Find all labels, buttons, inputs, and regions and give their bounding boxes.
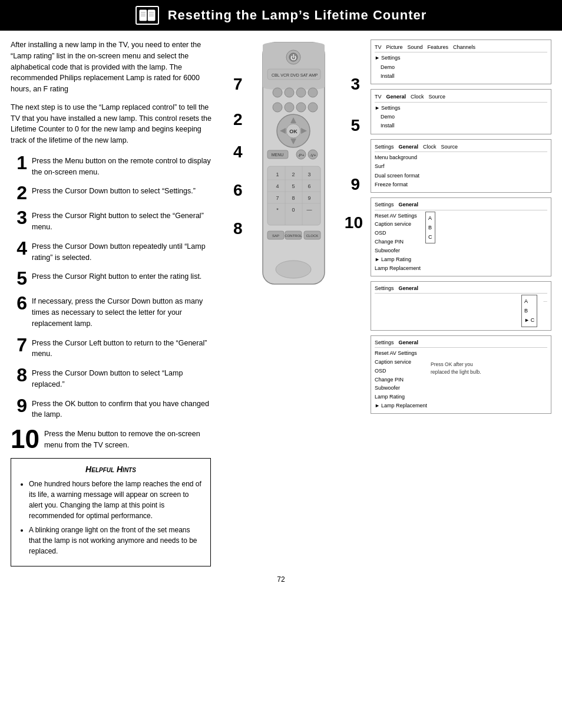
step-7: 7 Press the Cursor Left button to return…: [11, 335, 214, 360]
svg-point-16: [273, 88, 282, 97]
d3-source: Source: [441, 143, 458, 151]
step-overlay-10: 10: [345, 213, 363, 232]
step-2-number: 2: [11, 183, 27, 202]
step-7-number: 7: [11, 335, 27, 354]
sidebar-demo-1: Demo: [375, 63, 547, 72]
d5-cursor: ►: [524, 315, 530, 325]
step-overlay-2: 2: [233, 110, 243, 129]
d3-surf: Surf: [375, 162, 547, 171]
diagram-4-body: Reset AV Settings Caption service OSD Ch…: [375, 212, 547, 273]
svg-rect-0: [140, 10, 147, 21]
intro-paragraph-1: After installing a new lamp in the TV, y…: [11, 39, 214, 95]
d6-cursor: ►: [375, 401, 380, 410]
svg-text:SAP: SAP: [272, 234, 279, 238]
diagram-1-menubar: TV Picture Sound Features Channels: [375, 43, 547, 52]
d4-lamp-rating: ► Lamp Rating: [375, 255, 421, 264]
d4-settings: Settings: [375, 201, 394, 209]
remote-control-image: ⏻ CBL VCR DVD SAT AMP OK: [251, 39, 363, 289]
step-3: 3 Press the Cursor Right button to selec…: [11, 208, 214, 233]
step-3-text: Press the Cursor Right button to select …: [32, 208, 214, 233]
d2-settings-cursor: ►: [375, 104, 380, 113]
page-number: 72: [0, 569, 562, 589]
d6-reset: Reset AV Settings: [375, 349, 427, 358]
step-8-text: Press the Cursor Down button to select “…: [32, 365, 214, 390]
diagram-6-body: Reset AV Settings Caption service OSD Ch…: [375, 349, 547, 410]
svg-text:⏻: ⏻: [290, 54, 296, 61]
svg-text:-P+: -P+: [297, 153, 304, 157]
step-9-number: 9: [11, 396, 27, 415]
d2-install: Install: [375, 121, 547, 130]
settings-label-1: Settings: [381, 54, 401, 62]
right-column: TV Picture Sound Features Channels ► Set…: [368, 39, 551, 566]
d2-general: General: [386, 93, 406, 101]
d3-dual-screen: Dual screen format: [375, 172, 547, 180]
diagram-5-abc: A B ► C: [521, 295, 537, 327]
step-9: 9 Press the OK button to confirm that yo…: [11, 396, 214, 421]
d4-lamp-rating-label: Lamp Rating: [381, 255, 411, 264]
d6-sub: Subwoofer: [375, 384, 427, 393]
diagram-3-menubar: Settings General Clock Source: [375, 143, 547, 152]
d2-demo: Demo: [375, 113, 547, 121]
menu-sound: Sound: [408, 43, 423, 51]
svg-text:CONTROL: CONTROL: [285, 234, 302, 238]
step-1: 1 Press the Menu button on the remote co…: [11, 153, 214, 178]
svg-text:3: 3: [308, 172, 310, 177]
svg-text:4: 4: [276, 183, 279, 189]
svg-rect-10: [263, 42, 325, 90]
step-5: 5 Press the Cursor Right button to enter…: [11, 269, 214, 288]
d2-clock: Clock: [411, 93, 424, 101]
helpful-hints-title: Helpful Hints: [19, 465, 202, 474]
hint-2: A blinking orange light on the front of …: [29, 525, 202, 556]
step-10-number: 10: [11, 426, 39, 452]
diagram-6-menubar: Settings General: [375, 339, 547, 348]
step-4-number: 4: [11, 239, 27, 258]
d4-pin: Change PIN: [375, 238, 421, 246]
diagram-5: Settings General A B ► C ...: [371, 281, 551, 331]
d6-settings: Settings: [375, 339, 394, 347]
step-2: 2 Press the Cursor Down button to select…: [11, 183, 214, 202]
step-overlay-5: 5: [351, 116, 360, 135]
svg-text:-V+: -V+: [309, 153, 316, 157]
d6-general: General: [399, 339, 419, 347]
sidebar-install-1: Install: [375, 72, 547, 81]
d3-settings: Settings: [375, 143, 394, 151]
svg-point-20: [273, 103, 282, 112]
diagram-5-body: A B ► C ...: [375, 295, 547, 327]
step-6-text: If necessary, press the Cursor Down butt…: [32, 294, 214, 329]
d3-menu-bg: Menu background: [375, 153, 547, 162]
svg-text:CBL VCR DVD SAT AMP: CBL VCR DVD SAT AMP: [272, 73, 318, 77]
abc-c: C: [428, 232, 432, 242]
d5-abc-a: A: [524, 297, 534, 306]
diagram-3: Settings General Clock Source Menu backg…: [371, 139, 551, 193]
steps-list: 1 Press the Menu button on the remote co…: [11, 153, 214, 452]
d5-settings: Settings: [375, 285, 394, 293]
svg-rect-1: [148, 10, 155, 21]
d2-settings: ► Settings: [375, 104, 547, 113]
d2-tv: TV: [375, 93, 382, 101]
svg-text:1: 1: [276, 172, 279, 177]
d5-ellipsis: ...: [543, 297, 547, 327]
d4-general: General: [399, 201, 419, 209]
center-column: 7 2 4 6 8 3 5 9 10 ⏻ CBL VCR DVD SAT AMP: [227, 39, 363, 566]
d4-sub: Subwoofer: [375, 246, 421, 255]
diagram-2-sidebar: ► Settings Demo Install: [375, 104, 547, 131]
svg-point-23: [308, 103, 318, 112]
abc-b: B: [428, 223, 432, 232]
step-8-number: 8: [11, 365, 27, 384]
step-overlay-8: 8: [233, 219, 243, 238]
step-5-number: 5: [11, 269, 27, 288]
step-overlay-4: 4: [233, 143, 243, 162]
svg-text:9: 9: [308, 195, 310, 201]
d6-pin: Change PIN: [375, 375, 427, 384]
d6-lamp-rating: Lamp Rating: [375, 393, 427, 401]
svg-text:*: *: [276, 207, 279, 213]
d4-lamp-replace: Lamp Replacement: [375, 264, 421, 273]
menu-tv: TV: [375, 43, 382, 51]
d2-source: Source: [429, 93, 446, 101]
sidebar-settings-1: ► Settings: [375, 54, 547, 62]
diagram-6-note: Press OK after you replaced the light bu…: [431, 361, 490, 410]
left-column: After installing a new lamp in the TV, y…: [11, 39, 223, 566]
svg-point-21: [285, 103, 294, 112]
diagram-6: Settings General Reset AV Settings Capti…: [371, 335, 551, 414]
diagram-4-menubar: Settings General: [375, 201, 547, 210]
